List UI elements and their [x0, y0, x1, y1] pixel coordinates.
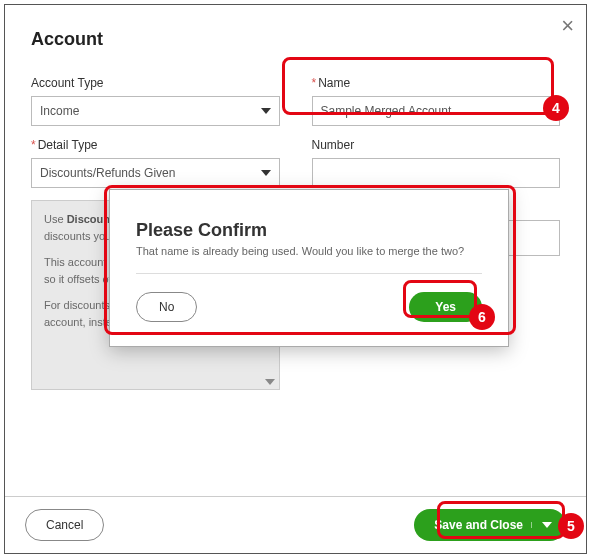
cancel-button[interactable]: Cancel	[25, 509, 104, 541]
number-input[interactable]	[312, 158, 561, 188]
chevron-down-icon	[261, 108, 271, 114]
modal-message: That name is already being used. Would y…	[136, 245, 482, 257]
save-split-toggle[interactable]	[531, 522, 552, 528]
footer-bar: Cancel Save and Close	[5, 496, 586, 553]
account-type-select[interactable]: Income	[31, 96, 280, 126]
name-label: Name	[312, 76, 561, 90]
modal-no-button[interactable]: No	[136, 292, 197, 322]
detail-type-value: Discounts/Refunds Given	[40, 166, 175, 180]
page-title: Account	[31, 29, 560, 50]
detail-type-select[interactable]: Discounts/Refunds Given	[31, 158, 280, 188]
detail-type-label: Detail Type	[31, 138, 280, 152]
save-and-close-button[interactable]: Save and Close	[414, 509, 566, 541]
account-type-value: Income	[40, 104, 79, 118]
modal-title: Please Confirm	[136, 220, 482, 241]
account-type-label: Account Type	[31, 76, 280, 90]
modal-yes-button[interactable]: Yes	[409, 292, 482, 322]
name-input[interactable]	[312, 96, 561, 126]
divider	[136, 273, 482, 274]
help-text: Use	[44, 213, 67, 225]
scroll-down-icon[interactable]	[265, 379, 275, 385]
confirm-modal: Please Confirm That name is already bein…	[109, 189, 509, 347]
save-button-label: Save and Close	[434, 518, 523, 532]
chevron-down-icon	[261, 170, 271, 176]
chevron-down-icon	[542, 522, 552, 528]
number-label: Number	[312, 138, 561, 152]
